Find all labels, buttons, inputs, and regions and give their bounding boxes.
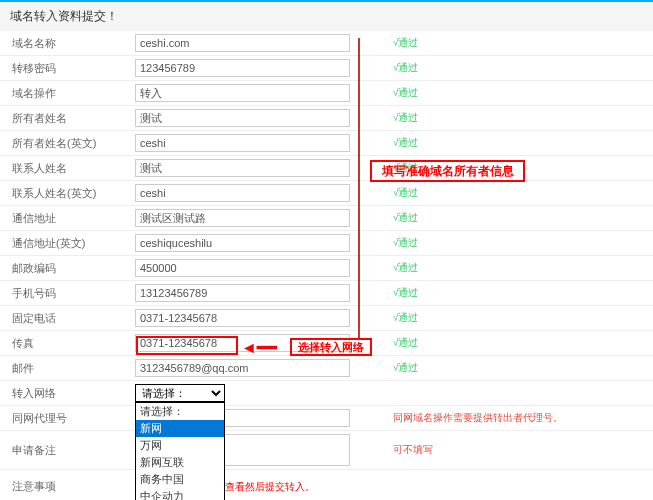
status-pass: √通过	[385, 261, 419, 275]
label-agent-id: 同网代理号	[0, 411, 135, 426]
contact-name-en-input[interactable]	[135, 184, 350, 202]
note-agent: 同网域名操作需要提供转出者代理号。	[385, 411, 563, 425]
status-pass: √通过	[385, 186, 419, 200]
domain-op-input[interactable]	[135, 84, 350, 102]
label-domain-op: 域名操作	[0, 86, 135, 101]
label-mobile: 手机号码	[0, 286, 135, 301]
postcode-input[interactable]	[135, 259, 350, 277]
dropdown-option[interactable]: 商务中国	[136, 471, 224, 488]
label-transfer-net: 转入网络	[0, 386, 135, 401]
status-pass: √通过	[385, 211, 419, 225]
page-title: 域名转入资料提交！	[0, 0, 653, 31]
phone-input[interactable]	[135, 309, 350, 327]
label-owner-name: 所有者姓名	[0, 111, 135, 126]
label-address-en: 通信地址(英文)	[0, 236, 135, 251]
dropdown-option[interactable]: 万网	[136, 437, 224, 454]
label-phone: 固定电话	[0, 311, 135, 326]
dropdown-option[interactable]: 新网互联	[136, 454, 224, 471]
status-pass: √通过	[385, 361, 419, 375]
label-email: 邮件	[0, 361, 135, 376]
label-owner-name-en: 所有者姓名(英文)	[0, 136, 135, 151]
status-pass: √通过	[385, 311, 419, 325]
fax-input[interactable]	[135, 334, 350, 352]
address-en-input[interactable]	[135, 234, 350, 252]
label-remark: 申请备注	[0, 443, 135, 458]
label-postcode: 邮政编码	[0, 261, 135, 276]
mobile-input[interactable]	[135, 284, 350, 302]
label-fax: 传真	[0, 336, 135, 351]
owner-name-en-input[interactable]	[135, 134, 350, 152]
status-pass: √通过	[385, 136, 419, 150]
label-domain-name: 域名名称	[0, 36, 135, 51]
domain-name-input[interactable]	[135, 34, 350, 52]
label-contact-name: 联系人姓名	[0, 161, 135, 176]
transfer-net-select[interactable]: 请选择：	[135, 384, 225, 402]
status-pass: √通过	[385, 86, 419, 100]
dropdown-option[interactable]: 中企动力	[136, 488, 224, 500]
transfer-code-input[interactable]	[135, 59, 350, 77]
note-remark: 可不填写	[385, 443, 433, 457]
dropdown-option[interactable]: 新网	[136, 420, 224, 437]
label-address: 通信地址	[0, 211, 135, 226]
label-notice: 注意事项	[0, 479, 135, 494]
label-contact-name-en: 联系人姓名(英文)	[0, 186, 135, 201]
status-pass: √通过	[385, 36, 419, 50]
status-pass: √通过	[385, 286, 419, 300]
owner-name-input[interactable]	[135, 109, 350, 127]
address-input[interactable]	[135, 209, 350, 227]
email-input[interactable]	[135, 359, 350, 377]
status-pass: √通过	[385, 161, 419, 175]
label-transfer-code: 转移密码	[0, 61, 135, 76]
contact-name-input[interactable]	[135, 159, 350, 177]
status-pass: √通过	[385, 111, 419, 125]
dropdown-option[interactable]: 请选择：	[136, 403, 224, 420]
status-pass: √通过	[385, 61, 419, 75]
transfer-net-dropdown: 请选择：新网万网新网互联商务中国中企动力中资源国外其他	[135, 402, 225, 500]
status-pass: √通过	[385, 236, 419, 250]
status-pass: √通过	[385, 336, 419, 350]
